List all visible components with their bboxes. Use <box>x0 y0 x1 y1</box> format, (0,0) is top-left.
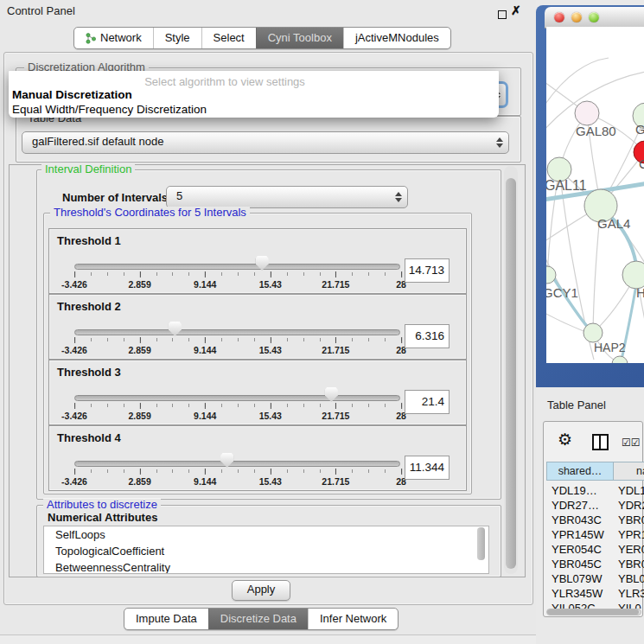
node-label: GAL11 <box>546 178 587 193</box>
vertical-scrollbar-thumb[interactable] <box>506 178 516 569</box>
apply-button[interactable]: Apply <box>232 580 290 601</box>
table-row[interactable]: YIL052CYIL0 <box>544 602 642 609</box>
threshold-2-scale: -3.426 2.859 9.144 15.43 21.715 28 <box>74 337 401 356</box>
zoom-window-icon[interactable] <box>589 12 599 22</box>
threshold-2-panel: Threshold 2 -3.426 2.859 9.144 15.43 21.… <box>48 294 467 360</box>
table-data-combobox-value: galFiltered.sif default node <box>22 132 508 151</box>
table-panel: ⚙ ☑☑ shared… na YDL19…YDL1 YDR27…YDR2 YB… <box>543 421 643 617</box>
algorithm-dropdown-popup: Select algorithm to view settings Manual… <box>9 71 499 118</box>
node-label: H <box>636 285 644 300</box>
threshold-1-scale: -3.426 2.859 9.144 15.43 21.715 28 <box>74 271 401 290</box>
combo-arrows-icon <box>496 137 502 148</box>
network-icon <box>86 33 96 44</box>
tab-network-label: Network <box>100 29 142 48</box>
numerical-attributes-list[interactable]: SelfLoops TopologicalCoefficient Between… <box>43 526 489 574</box>
tab-select[interactable]: Select <box>201 28 256 48</box>
attributes-list-scrollbar-thumb[interactable] <box>477 527 485 560</box>
interval-definition-label: Interval Definition <box>41 163 135 175</box>
node-bottom[interactable] <box>612 356 628 363</box>
list-item[interactable]: SelfLoops <box>44 526 488 543</box>
threshold-3-panel: Threshold 3 -3.426 2.859 9.144 15.43 21.… <box>48 360 467 425</box>
column-header-name[interactable]: na <box>614 462 644 481</box>
numerical-attributes-header: Numerical Attributes <box>48 511 157 524</box>
list-item[interactable]: TopologicalCoefficient <box>44 543 488 559</box>
gear-icon[interactable]: ⚙ <box>558 430 572 450</box>
threshold-1-panel: Threshold 1 -3.426 2.859 9.144 15.43 21.… <box>48 228 467 294</box>
panel-title: Control Panel <box>7 4 75 17</box>
minimize-window-icon[interactable] <box>571 12 582 22</box>
threshold-3-scale: -3.426 2.859 9.144 15.43 21.715 28 <box>74 403 401 422</box>
columns-icon[interactable] <box>592 434 609 450</box>
tab-impute-data[interactable]: Impute Data <box>124 609 208 629</box>
node-label: C <box>639 156 644 171</box>
column-header-shared-name[interactable]: shared… <box>546 462 614 481</box>
network-view-frame: GAL80 GA C GAL11 GAL4 GCY1 H HAP2 <box>536 5 644 387</box>
tab-style[interactable]: Style <box>153 28 201 48</box>
threshold-3-label: Threshold 3 <box>57 366 121 379</box>
threshold-4-slider-thumb[interactable] <box>220 453 233 468</box>
dropdown-hint: Select algorithm to view settings <box>9 75 441 88</box>
number-of-intervals-value: 5 <box>167 187 407 206</box>
right-column: GAL80 GA C GAL11 GAL4 GCY1 H HAP2 Table … <box>536 0 644 644</box>
network-window-titlebar[interactable] <box>545 7 644 29</box>
node-label: GAL4 <box>597 216 630 231</box>
network-graph: GAL80 GA C GAL11 GAL4 GCY1 H HAP2 <box>546 27 644 363</box>
number-of-intervals-label: Number of Intervals <box>62 191 168 204</box>
attributes-group-label: Attributes to discretize <box>43 499 161 511</box>
node-label: HAP2 <box>594 341 626 354</box>
tab-network[interactable]: Network <box>74 28 153 48</box>
combo-arrows-icon <box>395 192 401 202</box>
tab-cyni-toolbox[interactable]: Cyni Toolbox <box>256 28 343 48</box>
threshold-3-slider-thumb[interactable] <box>325 387 338 402</box>
node-label: GCY1 <box>546 285 578 300</box>
control-panel: Control Panel ✗ Network Style Select Cyn… <box>0 0 537 644</box>
threshold-2-slider-thumb[interactable] <box>169 322 182 336</box>
threshold-4-value-field[interactable]: 11.344 <box>405 456 450 480</box>
list-item[interactable]: BetweennessCentrality <box>44 559 488 574</box>
threshold-2-label: Threshold 2 <box>57 300 121 313</box>
close-panel-icon[interactable]: ✗ <box>511 3 521 17</box>
node-label: GA <box>635 122 644 137</box>
threshold-4-scale: -3.426 2.859 9.144 21.715 15.43 28 <box>74 469 401 488</box>
thresholds-group-label: Threshold's Coordinates for 5 Intervals <box>50 207 250 219</box>
tab-infer-network[interactable]: Infer Network <box>308 609 398 629</box>
checkbox-filter-icon[interactable]: ☑☑ <box>622 437 641 449</box>
tab-discretize-data[interactable]: Discretize Data <box>208 609 308 629</box>
cyni-mode-tabs: Impute Data Discretize Data Infer Networ… <box>124 608 399 630</box>
float-panel-icon[interactable] <box>498 10 507 19</box>
threshold-4-panel: Threshold 4 -3.426 2.859 9.144 21.715 15… <box>48 425 467 491</box>
horizontal-scrollbar-thumb[interactable] <box>547 609 639 615</box>
close-window-icon[interactable] <box>554 12 564 22</box>
node-gal80[interactable] <box>575 101 599 125</box>
cytoscape-window: Control Panel ✗ Network Style Select Cyn… <box>0 0 644 644</box>
threshold-3-value-field[interactable]: 21.4 <box>405 390 450 414</box>
threshold-2-value-field[interactable]: 6.316 <box>405 324 450 348</box>
threshold-1-value-field[interactable]: 14.713 <box>405 258 450 283</box>
threshold-4-label: Threshold 4 <box>57 431 121 444</box>
table-data-combobox[interactable]: galFiltered.sif default node <box>22 131 509 154</box>
threshold-1-slider-thumb[interactable] <box>256 256 269 271</box>
control-panel-tabs: Network Style Select Cyni Toolbox jActiv… <box>73 27 451 49</box>
network-canvas[interactable]: GAL80 GA C GAL11 GAL4 GCY1 H HAP2 <box>546 27 644 363</box>
tab-jactivemnodules[interactable]: jActiveMNodules <box>343 28 450 48</box>
dropdown-item-manual-discretization[interactable]: Manual Discretization <box>12 88 132 101</box>
bottom-strip <box>0 634 536 644</box>
node-label: GAL80 <box>576 124 616 138</box>
table-panel-title: Table Panel <box>547 399 606 411</box>
threshold-1-label: Threshold 1 <box>57 234 121 247</box>
node-hap2[interactable] <box>583 323 603 342</box>
dropdown-item-equal-width-frequency[interactable]: Equal Width/Frequency Discretization <box>12 103 207 116</box>
